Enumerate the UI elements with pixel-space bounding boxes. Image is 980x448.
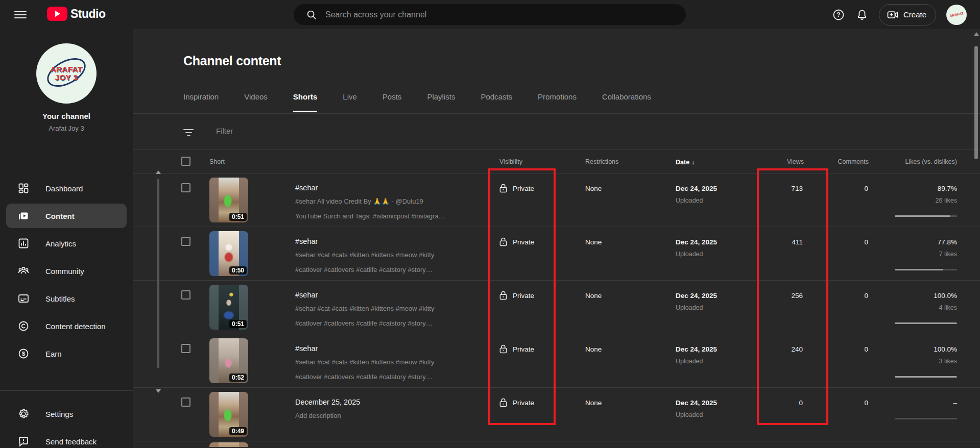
sidebar-item-content[interactable]: Content [6,204,127,228]
short-title[interactable]: #sehar [295,291,520,299]
filter-row: Filter [133,114,980,150]
short-thumbnail[interactable]: 0:51 [209,285,248,330]
sidebar-footer: Settings Send feedback [0,399,133,448]
visibility-cell[interactable]: Private [499,291,534,300]
search-icon [306,9,317,20]
views-value: 240 [752,345,803,353]
sidebar-item-analytics[interactable]: Analytics [6,231,127,256]
views-value: 256 [752,292,803,300]
hamburger-menu-icon[interactable] [14,9,27,19]
search-input[interactable] [325,10,632,19]
channel-name: Arafat Joy 3 [0,125,133,132]
short-description-line2: #catlover #catlovers #catlife #catstory … [295,372,520,382]
short-thumbnail[interactable] [209,442,248,447]
tab-collaborations[interactable]: Collaborations [602,92,651,112]
visibility-cell[interactable]: Private [499,237,534,246]
studio-logo[interactable]: Studio [47,7,106,21]
date-cell: Dec 24, 2025 Uploaded [676,238,717,258]
sidebar-item-settings[interactable]: Settings [6,402,127,426]
svg-text:$: $ [22,351,25,357]
topbar: Studio ? Create ARAFAT [0,0,980,29]
likes-percent: 100.0% [880,292,957,300]
scroll-up-arrow[interactable] [156,170,161,174]
short-thumbnail[interactable]: 0:52 [209,338,248,383]
column-views[interactable]: Views [787,158,804,165]
youtube-play-icon [47,7,67,21]
short-title[interactable]: #sehar [295,237,520,245]
community-icon [17,265,30,277]
channel-avatar[interactable]: ARAFAT JOY 3 [36,43,97,104]
list-scrollbar-thumb[interactable] [157,179,159,368]
page-scrollbar-thumb[interactable] [974,46,978,159]
your-channel-label: Your channel [0,112,133,120]
row-checkbox[interactable] [181,183,190,192]
visibility-label: Private [513,345,534,353]
date-value: Dec 24, 2025 [676,399,717,407]
scroll-down-arrow[interactable] [156,389,161,393]
short-thumbnail[interactable]: 0:50 [209,231,248,276]
likes-count: 7 likes [880,251,957,258]
sidebar: ARAFAT JOY 3 Your channel Arafat Joy 3 D… [0,29,133,448]
likes-ratio-bar [895,322,957,324]
add-description-placeholder[interactable]: Add description [295,411,520,421]
short-description-line2: #catlover #catlovers #catlife #catstory … [295,265,520,275]
row-checkbox[interactable] [181,397,190,407]
visibility-cell[interactable]: Private [499,344,534,354]
column-comments[interactable]: Comments [838,158,869,165]
visibility-label: Private [513,399,534,407]
views-value: 713 [752,185,803,192]
list-scrollbar[interactable] [155,168,161,393]
short-thumbnail[interactable]: 0:49 [209,392,248,437]
filter-icon[interactable] [183,127,194,138]
tab-playlists[interactable]: Playlists [427,92,455,112]
likes-percent: 100.0% [880,345,957,353]
row-checkbox[interactable] [181,290,190,300]
likes-count: 4 likes [880,304,957,311]
dollar-icon: $ [17,347,30,360]
short-title[interactable]: #sehar [295,344,520,353]
notifications-bell-icon[interactable] [855,8,869,21]
search-bar[interactable] [294,4,686,25]
lock-icon [499,184,507,193]
likes-cell: 77.8% 7 likes [880,238,957,270]
filter-input[interactable]: Filter [216,127,233,135]
sidebar-item-content-detection[interactable]: Content detection [6,314,127,338]
visibility-cell[interactable]: Private [499,184,534,193]
restrictions-value: None [585,345,602,353]
short-title[interactable]: December 25, 2025 [295,398,520,406]
tab-inspiration[interactable]: Inspiration [183,92,219,112]
column-visibility[interactable]: Visibility [499,158,522,165]
page-scrollbar[interactable] [974,29,978,448]
select-all-checkbox[interactable] [181,157,190,166]
likes-ratio-bar [895,215,957,217]
column-date[interactable]: Date↓ [676,158,695,166]
column-restrictions[interactable]: Restrictions [585,158,618,165]
feedback-icon [17,435,30,447]
account-avatar[interactable]: ARAFAT [946,5,967,25]
tab-live[interactable]: Live [343,92,357,112]
create-video-icon [887,9,899,21]
sidebar-item-community[interactable]: Community [6,259,127,283]
short-title[interactable]: #sehar [295,184,520,192]
page-scroll-up-arrow[interactable] [974,32,979,36]
date-status: Uploaded [676,251,717,258]
sidebar-item-subtitles[interactable]: Subtitles [6,286,127,311]
likes-percent: – [880,399,957,407]
row-checkbox[interactable] [181,344,190,353]
sidebar-item-earn[interactable]: $ Earn [6,341,127,366]
tab-shorts[interactable]: Shorts [293,92,318,112]
sidebar-item-send-feedback[interactable]: Send feedback [6,429,127,448]
likes-ratio-bar [895,376,957,378]
row-checkbox[interactable] [181,237,190,246]
tab-promotions[interactable]: Promotions [538,92,577,112]
tab-podcasts[interactable]: Podcasts [481,92,512,112]
visibility-cell[interactable]: Private [499,398,534,407]
column-likes[interactable]: Likes (vs. dislikes) [905,158,957,165]
views-value: 411 [752,238,803,246]
short-thumbnail[interactable]: 0:51 [209,178,248,222]
sidebar-item-dashboard[interactable]: Dashboard [6,176,127,201]
tab-posts[interactable]: Posts [383,92,402,112]
create-button[interactable]: Create [879,4,936,26]
tab-videos[interactable]: Videos [244,92,268,112]
help-icon[interactable]: ? [832,8,845,21]
